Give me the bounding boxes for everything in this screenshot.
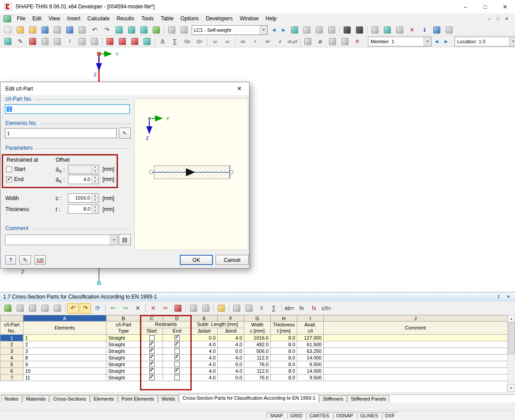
result-omega-icon[interactable]: ω xyxy=(209,36,221,47)
cell-end[interactable] xyxy=(163,355,191,361)
menu-tools[interactable]: Tools xyxy=(138,14,157,23)
library-icon[interactable] xyxy=(327,36,338,47)
menu-options[interactable]: Options xyxy=(177,14,202,23)
edit-pencil-icon[interactable] xyxy=(114,25,125,35)
ab-substitute-icon[interactable]: ab= xyxy=(284,303,295,314)
chevron-down-icon[interactable]: ▼ xyxy=(424,37,431,46)
cell-dstart[interactable]: 0.0 xyxy=(191,335,218,341)
tab-cross-section-parts-for-classification-according-to-en-1993-1[interactable]: Cross-Section Parts for Classification A… xyxy=(179,394,319,402)
start-checkbox[interactable] xyxy=(6,166,12,172)
result-sigma-x-icon[interactable]: σx xyxy=(237,36,249,47)
cell-start[interactable] xyxy=(141,341,163,348)
spinner-down-icon[interactable]: ▼ xyxy=(92,170,98,174)
grid-corner[interactable] xyxy=(0,315,23,322)
column-letter-j[interactable]: J xyxy=(324,315,507,322)
spinner-up-icon[interactable]: ▲ xyxy=(92,165,98,170)
status-grid[interactable]: GRID xyxy=(287,412,306,419)
column-letter-f[interactable]: F xyxy=(218,315,244,322)
cell-width[interactable]: 112.0 xyxy=(244,355,271,361)
row-number[interactable]: 4 xyxy=(0,355,23,361)
spinner-down-icon[interactable]: ▼ xyxy=(92,198,98,202)
distribute-nodes-icon[interactable] xyxy=(52,36,63,47)
cell-type[interactable]: Straight xyxy=(106,355,141,361)
chevron-down-icon[interactable]: ▼ xyxy=(509,37,515,46)
end-checkbox[interactable] xyxy=(6,177,12,182)
fx-clear-icon[interactable]: fx xyxy=(308,303,320,314)
cell-dend[interactable]: 4.0 xyxy=(218,368,244,375)
jump-prev-icon[interactable]: ↩ xyxy=(107,303,119,314)
cell-thickness[interactable]: 8.0 xyxy=(271,375,297,381)
result-sigma-xpl-icon[interactable]: σx,pl xyxy=(287,36,298,47)
align-nodes-icon[interactable] xyxy=(39,36,51,47)
undo-icon[interactable]: ↶ xyxy=(89,25,100,35)
ct-ratio-icon[interactable]: c/t= xyxy=(321,303,332,314)
cell-type[interactable]: Straight xyxy=(106,348,141,355)
comment-combo[interactable]: ▼ xyxy=(5,235,118,245)
cell-type[interactable]: Straight xyxy=(106,335,141,341)
cell-elements[interactable]: 11 xyxy=(23,375,106,381)
column-letter-e[interactable]: E xyxy=(191,315,218,322)
cut-row-icon[interactable]: ✂ xyxy=(160,303,171,314)
location-combo[interactable]: Location: 1.0 ▼ xyxy=(454,37,515,46)
tab-point-elements[interactable]: Point Elements xyxy=(118,395,158,402)
delta-e-value[interactable]: 4.0 xyxy=(68,175,91,184)
thickness-value[interactable]: 8.0 xyxy=(68,205,91,213)
draw-element-icon[interactable]: ✎ xyxy=(15,36,26,47)
measure-icon[interactable] xyxy=(369,25,381,35)
cell-width[interactable]: 492.0 xyxy=(244,341,271,348)
stress-points-icon[interactable] xyxy=(326,25,337,35)
save-icon[interactable] xyxy=(39,25,51,35)
node-marker[interactable] xyxy=(98,282,101,285)
cell-dend[interactable]: 0.0 xyxy=(218,348,244,355)
result-qv-icon[interactable]: Qv xyxy=(194,36,205,47)
scroll-down-icon[interactable]: ▼ xyxy=(507,384,515,392)
end-checkbox[interactable] xyxy=(174,355,180,360)
cell-width[interactable]: 112.0 xyxy=(244,368,271,375)
info-icon[interactable]: ℹ xyxy=(419,25,430,35)
cell-dend[interactable]: 4.0 xyxy=(218,341,244,348)
spinner-up-icon[interactable]: ▲ xyxy=(92,205,98,209)
cell-thickness[interactable]: 8.0 xyxy=(271,341,297,348)
sum-table-icon[interactable]: ∑ xyxy=(268,303,280,314)
result-tau-icon[interactable]: τ xyxy=(250,36,261,47)
table-pane-icon[interactable] xyxy=(39,303,51,314)
result-omega2-icon[interactable]: ω xyxy=(222,36,233,47)
cell-width[interactable]: 76.0 xyxy=(244,361,271,368)
cell-avail[interactable]: 14.000 xyxy=(297,368,324,375)
cell-width[interactable]: 1016.0 xyxy=(244,335,271,341)
spinner-arrows[interactable]: ▲ ▼ xyxy=(91,165,98,174)
cell-type[interactable]: Straight xyxy=(106,375,141,381)
search-coordinates-icon[interactable] xyxy=(289,25,300,35)
undo-icon[interactable]: ↶ xyxy=(67,303,79,314)
scrollbar-track[interactable] xyxy=(507,322,515,384)
cell-elements[interactable]: 10 xyxy=(23,368,106,375)
end-checkbox[interactable] xyxy=(174,348,180,354)
delta-s-spinner[interactable]: ▲ ▼ xyxy=(68,165,99,174)
status-cartes[interactable]: CARTES xyxy=(306,412,332,419)
cell-start[interactable] xyxy=(141,368,163,375)
cell-elements[interactable]: 2 xyxy=(23,341,106,348)
tab-stiffened-panels[interactable]: Stiffened Panels xyxy=(347,395,390,402)
menu-table[interactable]: Table xyxy=(157,14,177,23)
menu-help[interactable]: Help xyxy=(262,14,280,23)
render-icon[interactable] xyxy=(431,25,443,35)
thickness-spinner[interactable]: 8.0 ▲ ▼ xyxy=(68,204,99,214)
mirror-icon[interactable] xyxy=(394,25,405,35)
cell-type[interactable]: Straight xyxy=(106,361,141,368)
cell-end[interactable] xyxy=(163,341,191,348)
select-region-icon[interactable] xyxy=(89,36,100,47)
dimension-delta-icon[interactable]: Δ xyxy=(157,36,168,47)
select-arrow-icon[interactable] xyxy=(76,36,88,47)
cell-end[interactable] xyxy=(163,368,191,375)
clear-selection-icon[interactable]: ✕ xyxy=(132,303,144,314)
result-qu-icon[interactable]: Qu xyxy=(182,36,193,47)
zoom-plus-icon[interactable] xyxy=(117,36,128,47)
close-view-icon[interactable]: ✕ xyxy=(352,36,363,47)
spinner-arrows[interactable]: ▲ ▼ xyxy=(91,205,98,213)
calculator-icon[interactable] xyxy=(216,303,227,314)
tab-welds[interactable]: Welds xyxy=(158,395,178,402)
cell-comment[interactable] xyxy=(324,368,507,375)
column-letter-a[interactable]: A xyxy=(23,315,106,322)
previous-member-button[interactable]: ◀ xyxy=(432,36,441,47)
cell-dstart[interactable]: 4.0 xyxy=(191,348,218,355)
